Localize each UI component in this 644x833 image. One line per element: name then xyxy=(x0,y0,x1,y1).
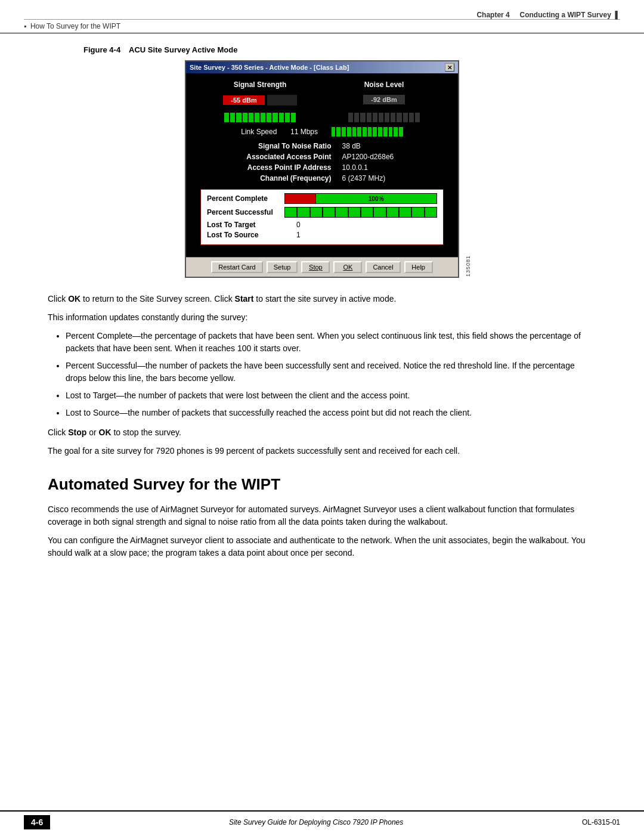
seg-12 xyxy=(291,113,296,122)
section-heading: Automated Survey for the WIPT xyxy=(48,475,596,494)
info-table: Signal To Noise Ratio 38 dB Associated A… xyxy=(198,140,446,184)
lost-source-value: 1 xyxy=(284,231,301,239)
lseg-8 xyxy=(368,127,372,137)
bullet-4: Lost to Source—the number of packets tha… xyxy=(66,407,596,419)
lseg-9 xyxy=(373,127,377,137)
lseg-14 xyxy=(399,127,403,137)
ss-2 xyxy=(298,208,309,217)
seg-8 xyxy=(267,113,271,122)
signal-seg-bar xyxy=(224,113,296,122)
percent-complete-row: Percent Complete 100% xyxy=(207,193,437,204)
cancel-button[interactable]: Cancel xyxy=(366,261,400,273)
nseg-11 xyxy=(409,113,414,122)
setup-button[interactable]: Setup xyxy=(267,261,298,273)
body-para-1: Click OK to return to the Site Survey sc… xyxy=(48,293,596,305)
dialog-close-button[interactable]: ✕ xyxy=(445,63,454,72)
seg-1 xyxy=(224,113,229,122)
page-footer: 4-6 Site Survey Guide for Deploying Cisc… xyxy=(0,810,644,833)
nseg-1 xyxy=(348,113,353,122)
seg-5 xyxy=(249,113,253,122)
figure-label: Figure 4-4 xyxy=(83,45,120,54)
signal-values-row: -55 dBm -92 dBm xyxy=(198,95,446,108)
noise-level-label: Noise Level xyxy=(322,80,446,89)
seg-11 xyxy=(285,113,290,122)
link-speed-value: 11 Mbps xyxy=(290,128,318,136)
chapter-title: Conducting a WIPT Survey xyxy=(519,11,611,19)
dialog-titlebar: Site Survey - 350 Series - Active Mode -… xyxy=(186,61,458,73)
lseg-10 xyxy=(378,127,382,137)
nseg-9 xyxy=(397,113,401,122)
signal-strength-label: Signal Strength xyxy=(198,80,322,89)
bullet-2: Percent Successful—the number of packets… xyxy=(66,360,596,385)
signal-strength-col: Signal Strength xyxy=(198,80,322,91)
pct-red-segment xyxy=(285,194,315,203)
stats-panel: Percent Complete 100% Percent xyxy=(200,189,444,245)
percent-complete-bar-container: 100% xyxy=(284,193,437,204)
lseg-2 xyxy=(336,127,340,137)
channel-label: Channel (Frequency) xyxy=(199,174,334,183)
nseg-4 xyxy=(367,113,371,122)
section-para-1: Cisco recommends the use of AirMagnet Su… xyxy=(48,503,596,528)
signal-header-row: Signal Strength Noise Level xyxy=(198,80,446,91)
lseg-13 xyxy=(394,127,398,137)
ss-3 xyxy=(311,208,322,217)
footer-doc-title: Site Survey Guide for Deploying Cisco 79… xyxy=(229,818,403,826)
lost-source-label: Lost To Source xyxy=(207,231,284,239)
figure-title: ACU Site Survey Active Mode xyxy=(129,45,237,54)
restart-card-button[interactable]: Restart Card xyxy=(211,261,262,273)
page-header: Chapter 4 Conducting a WIPT Survey ▌ xyxy=(0,0,644,19)
ss-9 xyxy=(387,208,398,217)
ss-12 xyxy=(425,208,436,217)
seg-3 xyxy=(236,113,241,122)
aap-value: AP1200-d268e6 xyxy=(335,152,445,162)
help-button[interactable]: Help xyxy=(404,261,433,273)
lseg-5 xyxy=(352,127,357,137)
signal-value-col: -55 dBm xyxy=(198,95,322,108)
snr-row: Signal To Noise Ratio 38 dB xyxy=(199,141,445,151)
bullet-list: Percent Complete—the percentage of packe… xyxy=(66,330,596,419)
bullet-1: Percent Complete—the percentage of packe… xyxy=(66,330,596,355)
lseg-11 xyxy=(383,127,388,137)
noise-seg-bar xyxy=(348,113,420,122)
seg-7 xyxy=(261,113,265,122)
percent-successful-row: Percent Successful xyxy=(207,207,437,218)
apip-label: Access Point IP Address xyxy=(199,163,334,172)
nseg-10 xyxy=(403,113,408,122)
percent-complete-label: Percent Complete xyxy=(207,194,284,203)
apip-row: Access Point IP Address 10.0.0.1 xyxy=(199,163,445,172)
body-para-3: Click Stop or OK to stop the survey. xyxy=(48,426,596,439)
lost-source-row: Lost To Source 1 xyxy=(207,231,437,239)
percent-successful-label: Percent Successful xyxy=(207,208,284,216)
ss-4 xyxy=(323,208,335,217)
seg-2 xyxy=(230,113,235,122)
channel-value: 6 (2437 MHz) xyxy=(335,174,445,183)
footer-doc-id: OL-6315-01 xyxy=(582,818,620,826)
aap-row: Associated Access Point AP1200-d268e6 xyxy=(199,152,445,162)
link-speed-label: Link Speed xyxy=(241,128,277,136)
signal-bar-container: -55 dBm xyxy=(198,95,322,106)
lseg-12 xyxy=(389,127,393,137)
breadcrumb: ▪ How To Survey for the WIPT xyxy=(0,20,644,33)
lost-target-row: Lost To Target 0 xyxy=(207,221,437,229)
noise-level-col: Noise Level xyxy=(322,80,446,91)
header-right: Chapter 4 Conducting a WIPT Survey ▌ xyxy=(476,11,620,19)
percent-successful-bar xyxy=(284,207,437,218)
nseg-12 xyxy=(415,113,420,122)
nseg-2 xyxy=(354,113,359,122)
link-speed-row: Link Speed 11 Mbps xyxy=(198,127,446,137)
ok-button[interactable]: OK xyxy=(333,261,362,273)
dialog-buttons: Restart Card Setup Stop OK Cancel Help xyxy=(186,257,458,277)
nseg-3 xyxy=(360,113,365,122)
pct-green-segment: 100% xyxy=(316,194,436,203)
channel-row: Channel (Frequency) 6 (2437 MHz) xyxy=(199,174,445,183)
figure-caption: Figure 4-4 ACU Site Survey Active Mode xyxy=(48,45,596,54)
stop-button[interactable]: Stop xyxy=(301,261,330,273)
ss-5 xyxy=(336,208,347,217)
signal-black-bar xyxy=(267,95,297,106)
dialog-title: Site Survey - 350 Series - Active Mode -… xyxy=(190,64,349,71)
nseg-7 xyxy=(385,113,389,122)
noise-bar-container: -92 dBm xyxy=(322,95,446,104)
noise-value-col: -92 dBm xyxy=(322,95,446,108)
dialog-window: Site Survey - 350 Series - Active Mode -… xyxy=(185,60,459,278)
figure-id-text: 135081 xyxy=(465,61,471,277)
